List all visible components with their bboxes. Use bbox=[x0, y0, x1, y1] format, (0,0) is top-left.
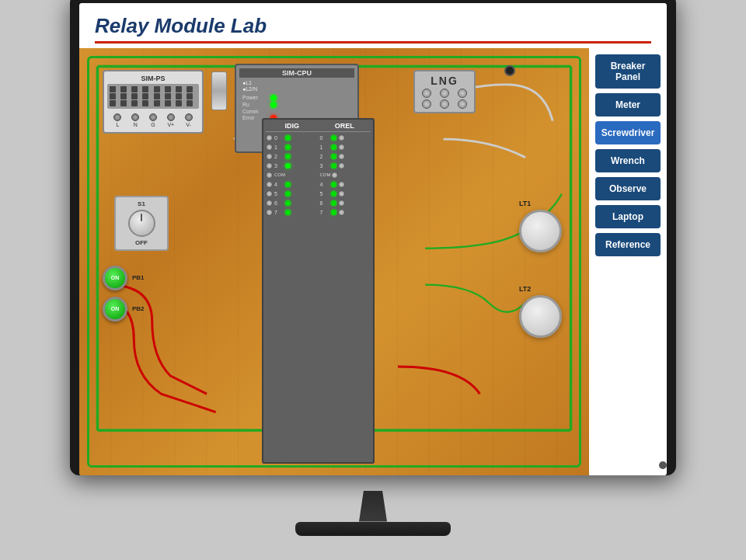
lab-board-container: SIM-PS L N bbox=[79, 48, 589, 475]
lng-connector: LNG bbox=[413, 70, 476, 113]
fuse bbox=[211, 71, 227, 110]
switch-s1[interactable]: S1 OFF bbox=[114, 196, 169, 251]
lt2-label: LT2 bbox=[519, 285, 562, 293]
io-rows: 0 1 2 3 COM 4 5 6 7 bbox=[266, 134, 371, 216]
switch-state: OFF bbox=[119, 239, 164, 246]
sim-cpu-label: SIM-CPU bbox=[239, 68, 354, 78]
lt1-label: LT1 bbox=[519, 200, 562, 207]
switch-knob[interactable] bbox=[128, 210, 155, 237]
pb2-row: ON PB2 bbox=[103, 297, 145, 322]
screwdriver-button[interactable]: Screwdriver bbox=[595, 121, 661, 144]
reference-button[interactable]: Reference bbox=[595, 233, 661, 256]
sim-ps-grid bbox=[107, 84, 199, 109]
monitor-base bbox=[295, 522, 451, 536]
power-button[interactable] bbox=[659, 461, 667, 469]
pb2-button[interactable]: ON bbox=[103, 297, 127, 322]
switch-s1-label: S1 bbox=[119, 200, 164, 207]
title-underline bbox=[95, 41, 651, 43]
breaker-panel-button[interactable]: Breaker Panel bbox=[595, 54, 661, 89]
orel-label: OREL bbox=[319, 122, 371, 130]
pb1-button[interactable]: ON bbox=[103, 266, 127, 290]
page-title: Relay Module Lab bbox=[95, 14, 651, 38]
screen-content: SIM-PS L N bbox=[79, 48, 667, 475]
lng-label: LNG bbox=[418, 75, 471, 87]
lt1-container: LT1 bbox=[519, 200, 562, 252]
screen: Relay Module Lab bbox=[79, 3, 667, 475]
sim-ps-label: SIM-PS bbox=[107, 75, 199, 82]
screen-header: Relay Module Lab bbox=[79, 3, 667, 48]
pb1-label: PB1 bbox=[132, 274, 145, 281]
sim-ps-module: SIM-PS L N bbox=[103, 70, 204, 134]
io-panel: IDIG OREL 0 1 2 3 COM bbox=[262, 118, 375, 464]
observe-button[interactable]: Observe bbox=[595, 177, 661, 200]
lt2-container: LT2 bbox=[519, 285, 562, 338]
idig-col: 0 1 2 3 COM 4 5 6 7 bbox=[266, 134, 317, 216]
io-panel-header: IDIG OREL bbox=[266, 122, 371, 132]
lt1-bulb bbox=[519, 210, 562, 252]
sidebar: Breaker Panel Meter Screwdriver Wrench O… bbox=[589, 48, 667, 475]
idig-label: IDIG bbox=[266, 122, 319, 130]
monitor-neck bbox=[350, 491, 396, 522]
pb1-row: ON PB1 bbox=[103, 266, 145, 290]
laptop-button[interactable]: Laptop bbox=[595, 205, 661, 228]
lt2-bulb bbox=[519, 295, 562, 338]
pb2-label: PB2 bbox=[132, 305, 145, 312]
probe-knob bbox=[504, 65, 515, 76]
meter-button[interactable]: Meter bbox=[595, 93, 661, 117]
lab-board: SIM-PS L N bbox=[79, 48, 589, 475]
monitor: Relay Module Lab bbox=[70, 0, 676, 475]
orel-col: 0 1 2 3 COM 4 5 6 7 bbox=[320, 134, 371, 216]
lng-screws bbox=[418, 89, 471, 98]
pushbutton-container: ON PB1 ON PB2 bbox=[103, 266, 145, 322]
wrench-button[interactable]: Wrench bbox=[595, 149, 661, 172]
monitor-wrapper: Relay Module Lab bbox=[70, 9, 676, 536]
sim-ps-terminals: L N G V+ V- bbox=[107, 112, 199, 129]
